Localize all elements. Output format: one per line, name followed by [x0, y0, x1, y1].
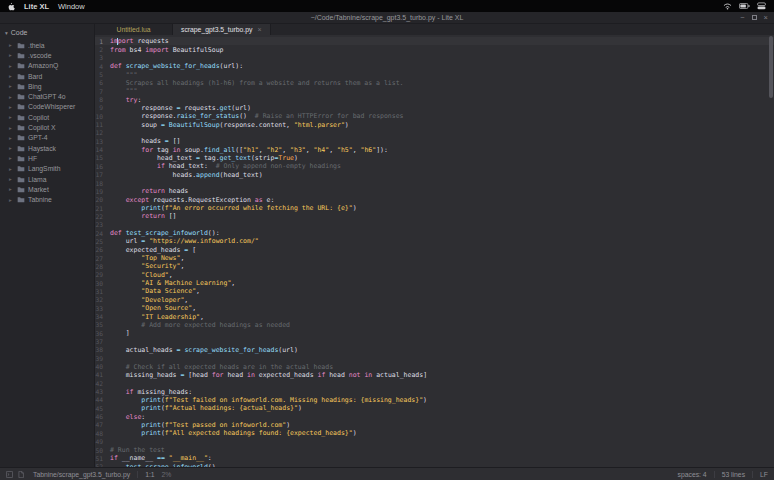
folder-name: Tabnine: [28, 196, 52, 203]
code-line[interactable]: 48 print(f"All expected headings found: …: [95, 429, 774, 437]
tree-folder-amazonq[interactable]: ▸AmazonQ: [0, 61, 94, 71]
code-line[interactable]: 49: [95, 438, 774, 446]
tree-folder-tabnine[interactable]: ▸Tabnine: [0, 194, 94, 204]
tree-folder-hf[interactable]: ▸HF: [0, 153, 94, 163]
menu-app-name[interactable]: Lite XL: [24, 2, 49, 11]
status-indent-info[interactable]: spaces: 4: [678, 471, 707, 478]
code-line[interactable]: 34 "IT Leadership",: [95, 312, 774, 320]
code-line[interactable]: 41 missing_heads = [head for head in exp…: [95, 371, 774, 379]
status-line-ending[interactable]: LF: [760, 471, 768, 478]
tree-folder-bard[interactable]: ▸Bard: [0, 71, 94, 81]
line-number: 8: [95, 96, 110, 103]
code-line[interactable]: 52 test_scrape_infoworld(): [95, 463, 774, 467]
code-line[interactable]: 21 print(f"An error occurred while fetch…: [95, 204, 774, 212]
code-line[interactable]: 26 expected_heads = [: [95, 246, 774, 254]
code-line[interactable]: 31 "Data Science",: [95, 287, 774, 295]
code-line[interactable]: 38 actual_heads = scrape_website_for_hea…: [95, 346, 774, 354]
tab-scrape-gpt3.5-turbo.py[interactable]: scrape_gpt3.5_turbo.py×: [173, 24, 271, 35]
code-line[interactable]: 6 Scrapes all headings (h1-h6) from a we…: [95, 79, 774, 87]
editor[interactable]: 1import requests2from bs4 import Beautif…: [95, 35, 774, 467]
tree-folder-bing[interactable]: ▸Bing: [0, 81, 94, 91]
code-line[interactable]: 33 "Open Source",: [95, 304, 774, 312]
code-line[interactable]: 45 print(f"Actual headings: {actual_head…: [95, 404, 774, 412]
terminal-icon[interactable]: [6, 471, 13, 478]
code-line[interactable]: 29 "Cloud",: [95, 271, 774, 279]
folder-name: Haystack: [28, 145, 56, 152]
code-line[interactable]: 3: [95, 54, 774, 62]
code-line[interactable]: 17 heads.append(head_text): [95, 171, 774, 179]
close-icon[interactable]: ×: [257, 26, 261, 33]
code-line[interactable]: 28 "Security",: [95, 262, 774, 270]
maximize-button[interactable]: [752, 15, 757, 20]
code-line[interactable]: 42: [95, 379, 774, 387]
code-line[interactable]: 25 url = "https://www.infoworld.com/": [95, 237, 774, 245]
tree-folder-chatgpt-4o[interactable]: ▸ChatGPT 4o: [0, 91, 94, 101]
tree-folder-llama[interactable]: ▸Llama: [0, 174, 94, 184]
code-line[interactable]: 43 if missing_heads:: [95, 387, 774, 395]
line-number: 4: [95, 63, 110, 70]
code-line[interactable]: 22 return []: [95, 212, 774, 220]
chevron-right-icon: ▸: [9, 135, 14, 141]
title-bar[interactable]: ~/Code/Tabnine/scrape_gpt3.5_turbo.py - …: [0, 12, 774, 24]
code-line[interactable]: 36 ]: [95, 329, 774, 337]
code-line[interactable]: 2from bs4 import BeautifulSoup: [95, 45, 774, 53]
code-line[interactable]: 8 try:: [95, 95, 774, 103]
code-line[interactable]: 24def test_scrape_infoworld():: [95, 229, 774, 237]
file-icon[interactable]: [18, 471, 24, 478]
status-divider: [714, 471, 715, 478]
code-line[interactable]: 37: [95, 337, 774, 345]
code-line[interactable]: 13 heads = []: [95, 137, 774, 145]
tree-folder-copilot-x[interactable]: ▸Copilot X: [0, 122, 94, 132]
folder-icon: [17, 42, 25, 49]
code-line[interactable]: 39: [95, 354, 774, 362]
code-line[interactable]: 19 return heads: [95, 187, 774, 195]
code-line[interactable]: 9 response = requests.get(url): [95, 104, 774, 112]
code-line[interactable]: 15 head_text = tag.get_text(strip=True): [95, 154, 774, 162]
code-line[interactable]: 46 else:: [95, 412, 774, 420]
status-cursor-position[interactable]: 1:1: [145, 471, 154, 478]
code-line[interactable]: 12: [95, 129, 774, 137]
line-number: 3: [95, 54, 110, 61]
code-line[interactable]: 51if __name__ == "__main__":: [95, 454, 774, 462]
code-line[interactable]: 4def scrape_website_for_heads(url):: [95, 62, 774, 70]
code-line[interactable]: 47 print(f"Test passed on infoworld.com"…: [95, 421, 774, 429]
code-line[interactable]: 44 print(f"Test failed on infoworld.com.…: [95, 396, 774, 404]
minimize-button[interactable]: −: [740, 14, 744, 22]
tree-root[interactable]: ▾ Code: [0, 24, 94, 40]
code-line[interactable]: 23: [95, 221, 774, 229]
apple-icon[interactable]: [8, 2, 15, 11]
code-line[interactable]: 16 if head_text: # Only append non-empty…: [95, 162, 774, 170]
code-line[interactable]: 5 """: [95, 70, 774, 78]
close-button[interactable]: ×: [764, 14, 768, 22]
code-line[interactable]: 14 for tag in soup.find_all(["h1", "h2",…: [95, 145, 774, 153]
line-number: 46: [95, 413, 110, 420]
code-line[interactable]: 10 response.raise_for_status() # Raise a…: [95, 112, 774, 120]
tree-folder-langsmith[interactable]: ▸LangSmith: [0, 164, 94, 174]
tree-folder-haystack[interactable]: ▸Haystack: [0, 143, 94, 153]
code-line[interactable]: 40 # Check if all expected heads are in …: [95, 362, 774, 370]
code-line[interactable]: 11 soup = BeautifulSoup(response.content…: [95, 120, 774, 128]
code-line[interactable]: 32 "Developer",: [95, 296, 774, 304]
tree-folder--vscode[interactable]: ▸.vscode: [0, 50, 94, 60]
code-line[interactable]: 1import requests: [95, 37, 774, 45]
control-center-icon[interactable]: [757, 2, 766, 10]
code-line[interactable]: 20 except requests.RequestException as e…: [95, 196, 774, 204]
menu-item-window[interactable]: Window: [58, 2, 85, 11]
line-number: 11: [95, 121, 110, 128]
code-line[interactable]: 50# Run the test: [95, 446, 774, 454]
line-number: 14: [95, 146, 110, 153]
tree-folder-gpt-4[interactable]: ▸GPT-4: [0, 133, 94, 143]
code-line[interactable]: 18: [95, 179, 774, 187]
battery-icon[interactable]: [739, 3, 750, 9]
code-line[interactable]: 27 "Top News",: [95, 254, 774, 262]
tree-folder-copilot[interactable]: ▸Copilot: [0, 112, 94, 122]
tree-folder-market[interactable]: ▸Market: [0, 184, 94, 194]
code-line[interactable]: 7 """: [95, 87, 774, 95]
wifi-icon[interactable]: [723, 2, 732, 10]
tab-untitled.lua[interactable]: Untitled.lua: [95, 24, 173, 35]
code-line[interactable]: 35 # Add more expected headings as neede…: [95, 321, 774, 329]
code-line[interactable]: 30 "AI & Machine Learning",: [95, 279, 774, 287]
tree-folder--theia[interactable]: ▸.theia: [0, 40, 94, 50]
vertical-scrollbar[interactable]: [769, 36, 773, 98]
tree-folder-codewhisperer[interactable]: ▸CodeWhisperer: [0, 102, 94, 112]
